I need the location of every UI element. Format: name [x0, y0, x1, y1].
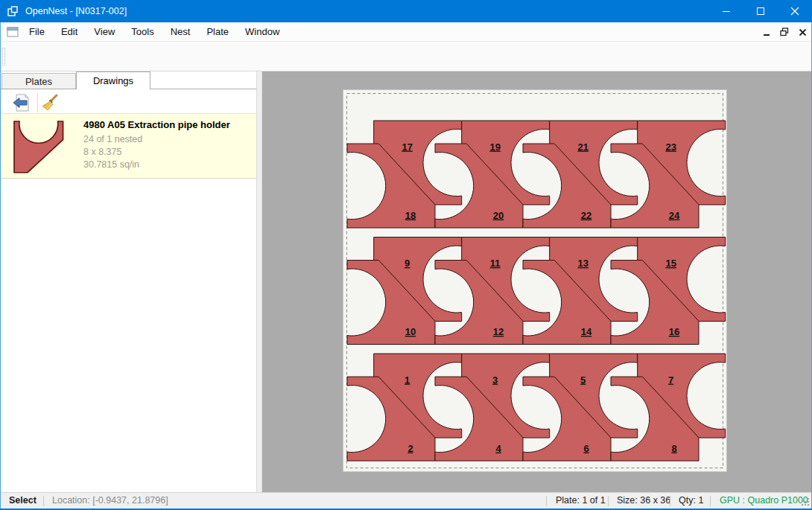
- workspace: Plates Drawings: [0, 71, 812, 492]
- status-size: Size: 36 x 36: [617, 493, 670, 509]
- drawing-area: 30.7815 sq/in: [83, 159, 230, 171]
- part-label: 11: [490, 258, 501, 269]
- drawing-nested-count: 24 of 1 nested: [83, 133, 230, 146]
- minimize-button[interactable]: [709, 0, 743, 22]
- toolbar-grip[interactable]: [2, 48, 5, 66]
- sidebar-panel: Plates Drawings: [0, 71, 256, 492]
- tab-drawings[interactable]: Drawings: [76, 71, 150, 89]
- drawing-size: 8 x 8.375: [83, 146, 230, 159]
- nesting-canvas[interactable]: 123456789101112131415161718192021222324: [262, 71, 812, 492]
- drawings-toolbar: [0, 90, 256, 115]
- menu-items: File Edit View Tools Nest Plate Window: [21, 22, 288, 42]
- part-label: 6: [583, 443, 589, 454]
- status-location: Location: [-0.9437, 21.8796]: [52, 493, 168, 509]
- part-label: 2: [407, 443, 413, 454]
- menu-edit[interactable]: Edit: [53, 22, 86, 42]
- application-window: OpenNest - [N0317-002] File Edit View To…: [0, 0, 812, 510]
- maximize-button[interactable]: [743, 0, 778, 22]
- app-icon: [7, 5, 19, 17]
- drawing-list-item[interactable]: 4980 A05 Extraction pipe holder 24 of 1 …: [0, 113, 256, 179]
- part-label: 20: [493, 210, 504, 221]
- part-label: 17: [402, 141, 412, 153]
- part-label: 21: [577, 141, 588, 153]
- mdi-minimize-icon[interactable]: [761, 27, 772, 37]
- plate-sheet: 123456789101112131415161718192021222324: [343, 89, 727, 472]
- window-border: [0, 22, 1, 509]
- status-separator: [670, 496, 670, 506]
- clean-broom-icon[interactable]: [39, 92, 60, 113]
- plate-svg: 123456789101112131415161718192021222324: [343, 89, 727, 472]
- sidebar-tabs: Plates Drawings: [0, 71, 256, 89]
- part-label: 23: [665, 141, 676, 153]
- mdi-window-controls: [761, 22, 808, 42]
- drawing-info: 4980 A05 Extraction pipe holder 24 of 1 …: [83, 119, 230, 171]
- status-separator: [546, 496, 547, 506]
- menu-window[interactable]: Window: [237, 22, 288, 42]
- status-bar: Select Location: [-0.9437, 21.8796] Plat…: [0, 492, 812, 509]
- drawing-title: 4980 A05 Extraction pipe holder: [83, 119, 230, 130]
- menu-tools[interactable]: Tools: [123, 22, 162, 42]
- status-gpu: GPU : Quadro P1000: [720, 493, 808, 509]
- menu-bar: File Edit View Tools Nest Plate Window: [0, 22, 812, 42]
- part-label: 14: [581, 326, 592, 337]
- window-title: OpenNest - [N0317-002]: [25, 0, 127, 22]
- status-separator: [710, 496, 711, 506]
- menu-plate[interactable]: Plate: [198, 22, 237, 42]
- part-label: 10: [405, 326, 416, 337]
- part-label: 5: [580, 374, 586, 386]
- main-toolbar: Engine: Default Auto Nest: [0, 42, 812, 71]
- status-separator: [43, 496, 44, 506]
- status-separator: [608, 496, 609, 506]
- part-label: 24: [669, 210, 680, 221]
- menu-nest[interactable]: Nest: [162, 22, 199, 42]
- part-label: 9: [405, 258, 410, 269]
- part-label: 7: [668, 374, 673, 386]
- part-label: 18: [405, 210, 416, 221]
- menu-view[interactable]: View: [86, 22, 123, 42]
- status-mode: Select: [9, 493, 37, 509]
- menu-file[interactable]: File: [21, 22, 53, 42]
- mdi-close-icon[interactable]: [797, 27, 808, 37]
- send-to-plate-icon[interactable]: [10, 92, 31, 113]
- mdi-restore-icon[interactable]: [779, 27, 790, 37]
- part-label: 16: [669, 326, 679, 337]
- part-label: 15: [665, 258, 676, 269]
- part-label: 3: [492, 374, 498, 386]
- mdi-document-icon[interactable]: [7, 27, 19, 37]
- tab-plates[interactable]: Plates: [1, 73, 76, 89]
- part-label: 22: [581, 210, 591, 221]
- status-plate: Plate: 1 of 1: [556, 493, 606, 509]
- part-label: 13: [577, 258, 588, 269]
- part-label: 1: [405, 374, 410, 386]
- close-button[interactable]: [778, 0, 812, 22]
- panel-splitter[interactable]: [256, 71, 262, 492]
- part-label: 4: [495, 443, 501, 454]
- resize-grip-icon[interactable]: [801, 497, 810, 506]
- part-thumbnail: [13, 121, 64, 173]
- part-label: 12: [493, 326, 504, 337]
- status-qty: Qty: 1: [679, 493, 703, 509]
- title-bar: OpenNest - [N0317-002]: [0, 0, 812, 22]
- part-label: 8: [671, 443, 676, 454]
- part-label: 19: [489, 141, 500, 153]
- toolbar-separator: [37, 93, 38, 112]
